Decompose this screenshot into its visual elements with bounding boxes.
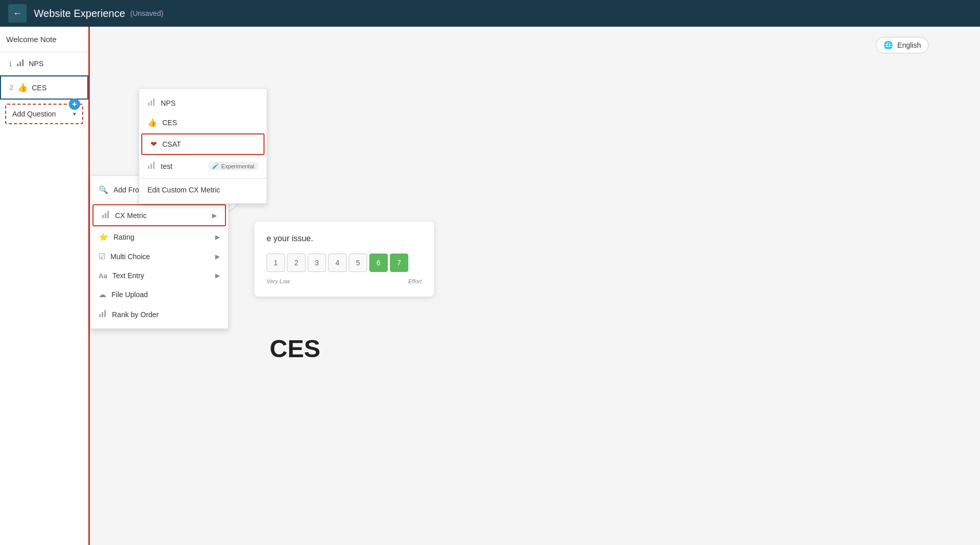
file-upload-label: File Upload bbox=[111, 290, 220, 299]
submenu-nps-label: NPS bbox=[161, 99, 258, 107]
language-icon: 🌐 bbox=[883, 41, 893, 50]
submenu-ces-label: CES bbox=[162, 119, 258, 127]
submenu-csat-label: CSAT bbox=[162, 140, 255, 148]
rank-by-order-label: Rank by Order bbox=[112, 310, 220, 319]
sidebar-nps-label: NPS bbox=[29, 60, 44, 68]
submenu-test-icon bbox=[147, 161, 156, 171]
add-question-label: Add Question bbox=[12, 110, 56, 118]
svg-rect-7 bbox=[102, 312, 103, 317]
survey-question-text: e your issue. bbox=[267, 234, 422, 243]
submenu-divider bbox=[139, 178, 267, 179]
ces-content-label: CES bbox=[270, 335, 321, 363]
svg-rect-3 bbox=[102, 215, 104, 218]
experimental-badge: 🧪 Experimental bbox=[208, 162, 258, 170]
sidebar-item-nps[interactable]: 1 NPS bbox=[0, 52, 88, 75]
chevron-down-icon: ▾ bbox=[73, 110, 76, 118]
ces-scale-labels: Very Low Effort bbox=[267, 278, 422, 284]
welcome-note-item[interactable]: Welcome Note bbox=[0, 27, 88, 52]
language-button[interactable]: 🌐 English bbox=[876, 37, 929, 53]
svg-rect-14 bbox=[153, 162, 155, 169]
submenu-csat-icon: ❤ bbox=[150, 140, 157, 149]
cx-metric-icon bbox=[102, 210, 110, 220]
menu-item-multi-choice[interactable]: ☑ Multi Choice ▶ bbox=[90, 247, 228, 266]
add-question-container: + Add Question ▾ bbox=[0, 100, 88, 128]
ces-label-right: Effort bbox=[408, 278, 422, 284]
multi-choice-arrow-icon: ▶ bbox=[215, 253, 220, 260]
ces-box-5[interactable]: 5 bbox=[349, 254, 367, 272]
text-entry-arrow-icon: ▶ bbox=[215, 272, 220, 279]
svg-rect-5 bbox=[107, 211, 109, 218]
svg-rect-4 bbox=[105, 213, 106, 218]
dropdown-menu-l2: NPS 👍 CES ❤ CSAT test 🧪 Experimental bbox=[139, 88, 267, 204]
header: ← Website Experience (Unsaved) bbox=[0, 0, 980, 27]
cx-metric-label: CX Metric bbox=[115, 211, 212, 220]
submenu-item-nps[interactable]: NPS bbox=[139, 93, 267, 113]
flask-icon: 🧪 bbox=[212, 163, 219, 169]
sidebar: Welcome Note 1 NPS 2 👍 CES + Add Questio… bbox=[0, 27, 90, 545]
rating-label: Rating bbox=[114, 233, 215, 241]
search-icon: 🔍 bbox=[99, 185, 108, 194]
menu-item-rank-by-order[interactable]: Rank by Order bbox=[90, 304, 228, 324]
submenu-test-label: test bbox=[161, 162, 204, 170]
svg-rect-9 bbox=[148, 103, 149, 106]
rank-icon bbox=[99, 309, 107, 319]
cx-metric-arrow-icon: ▶ bbox=[212, 212, 217, 219]
text-entry-label: Text Entry bbox=[112, 271, 215, 280]
svg-rect-0 bbox=[17, 64, 18, 66]
svg-rect-8 bbox=[104, 310, 106, 317]
ces-icon: 👍 bbox=[17, 83, 28, 92]
text-entry-icon: Aa bbox=[99, 272, 107, 280]
ces-scale: 1 2 3 4 5 6 7 bbox=[267, 254, 422, 272]
unsaved-badge: (Unsaved) bbox=[130, 9, 164, 17]
menu-item-cx-metric[interactable]: CX Metric ▶ bbox=[92, 204, 226, 226]
edit-custom-cx-metric[interactable]: Edit Custom CX Metric bbox=[139, 181, 267, 199]
ces-box-2[interactable]: 2 bbox=[287, 254, 306, 272]
add-plus-circle[interactable]: + bbox=[69, 99, 80, 110]
submenu-ces-icon: 👍 bbox=[147, 118, 157, 127]
submenu-item-test[interactable]: test 🧪 Experimental bbox=[139, 156, 267, 176]
menu-item-rating[interactable]: ⭐ Rating ▶ bbox=[90, 227, 228, 247]
survey-preview-card: e your issue. 1 2 3 4 5 6 7 Very Low Eff… bbox=[254, 222, 434, 297]
ces-box-6[interactable]: 6 bbox=[369, 254, 388, 272]
page-title: Website Experience bbox=[34, 8, 125, 20]
back-button[interactable]: ← bbox=[8, 4, 27, 23]
language-label: English bbox=[897, 41, 921, 49]
multi-choice-icon: ☑ bbox=[99, 252, 105, 261]
menu-item-file-upload[interactable]: ☁ File Upload bbox=[90, 285, 228, 304]
multi-choice-label: Multi Choice bbox=[110, 252, 215, 261]
sidebar-item-num-1: 1 bbox=[5, 60, 12, 68]
sidebar-item-num-2: 2 bbox=[6, 84, 13, 91]
svg-rect-2 bbox=[22, 60, 24, 66]
svg-rect-12 bbox=[148, 166, 149, 169]
menu-item-text-entry[interactable]: Aa Text Entry ▶ bbox=[90, 266, 228, 285]
ces-box-3[interactable]: 3 bbox=[308, 254, 326, 272]
ces-box-7[interactable]: 7 bbox=[390, 254, 408, 272]
svg-rect-1 bbox=[20, 62, 21, 66]
rating-arrow-icon: ▶ bbox=[215, 233, 220, 241]
submenu-nps-icon bbox=[147, 98, 156, 108]
nps-icon bbox=[16, 59, 25, 69]
ces-box-1[interactable]: 1 bbox=[267, 254, 285, 272]
ces-box-4[interactable]: 4 bbox=[328, 254, 347, 272]
submenu-item-ces[interactable]: 👍 CES bbox=[139, 113, 267, 132]
main-layout: Welcome Note 1 NPS 2 👍 CES + Add Questio… bbox=[0, 27, 980, 545]
svg-rect-13 bbox=[150, 164, 152, 169]
svg-rect-11 bbox=[153, 99, 155, 106]
submenu-item-csat[interactable]: ❤ CSAT bbox=[141, 133, 265, 155]
sidebar-item-ces[interactable]: 2 👍 CES bbox=[0, 75, 88, 100]
sidebar-ces-label: CES bbox=[32, 84, 47, 92]
svg-rect-6 bbox=[99, 314, 101, 317]
rating-icon: ⭐ bbox=[99, 232, 108, 242]
ces-label-left: Very Low bbox=[267, 278, 290, 284]
file-upload-icon: ☁ bbox=[99, 290, 106, 299]
svg-rect-10 bbox=[150, 101, 152, 106]
